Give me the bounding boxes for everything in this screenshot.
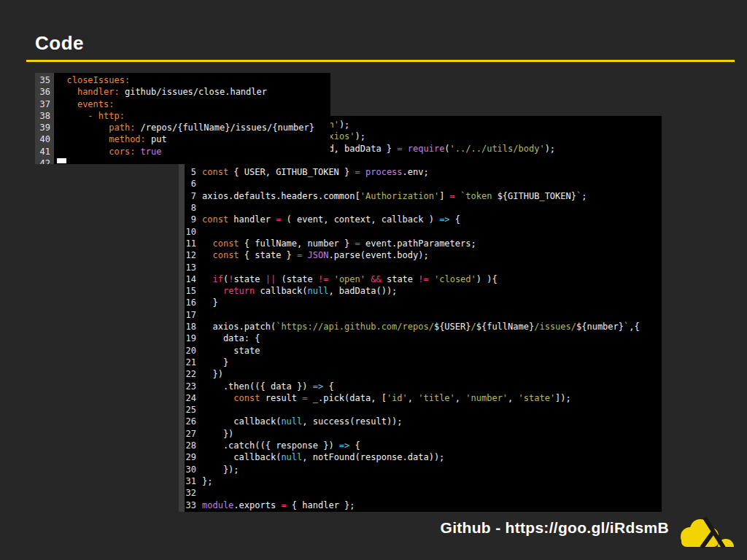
- js-code-area[interactable]: const _ = require('lodash');const axios …: [198, 116, 662, 512]
- code-line: handler: github/issues/close.handler: [56, 86, 330, 98]
- line-number: 35: [35, 74, 50, 86]
- code-line: }): [202, 368, 662, 380]
- code-line: [202, 226, 662, 238]
- code-line: const result = _.pick(data, ['id', 'titl…: [202, 392, 662, 404]
- code-line: .then(({ data }) => {: [202, 381, 662, 392]
- code-line: return callback(null, badData());: [202, 285, 662, 297]
- line-number: 38: [35, 110, 50, 122]
- js-window-edge-strip: [179, 116, 185, 512]
- code-window-js[interactable]: 1234567891011121314151617181920212223242…: [179, 116, 662, 512]
- line-number: 29: [185, 451, 196, 463]
- text-cursor-block: [57, 158, 66, 163]
- code-line: closeIssues:: [56, 74, 330, 86]
- js-gutter: 1234567891011121314151617181920212223242…: [185, 116, 198, 512]
- code-line: if(!state || (state != 'open' && state !…: [202, 273, 662, 285]
- code-line: - http:: [56, 110, 330, 122]
- line-number: 13: [185, 262, 196, 273]
- code-line: method: put: [56, 133, 330, 145]
- code-line: };: [202, 475, 662, 487]
- line-number: 41: [35, 146, 50, 158]
- line-number: 21: [185, 357, 196, 368]
- code-line: data: {: [202, 332, 662, 344]
- line-number: 23: [185, 381, 196, 392]
- line-number: 36: [35, 86, 50, 98]
- line-number: 17: [185, 309, 196, 321]
- code-line: events:: [56, 98, 330, 110]
- code-window-yaml[interactable]: 3536373839404142 closeIssues: handler: g…: [35, 73, 330, 164]
- code-line: const { USER, GITHUB_TOKEN } = process.e…: [202, 166, 662, 178]
- line-number: 16: [185, 297, 196, 308]
- line-number: 30: [185, 464, 196, 475]
- code-line: [202, 487, 662, 499]
- line-number: 20: [185, 345, 196, 357]
- code-line: }): [202, 428, 662, 440]
- title-underline: [26, 60, 735, 62]
- line-number: 40: [35, 133, 50, 145]
- line-number: 25: [185, 404, 196, 416]
- code-line: module.exports = { handler };: [202, 499, 662, 511]
- code-line: .catch(({ response }) => {: [202, 440, 662, 451]
- line-number: 39: [35, 122, 50, 133]
- code-line: });: [202, 464, 662, 475]
- code-line: [202, 178, 662, 190]
- caption-link[interactable]: Github - https://goo.gl/iRdsmB: [441, 519, 669, 537]
- code-line: [202, 262, 662, 273]
- line-number: 26: [185, 416, 196, 427]
- line-number: 42: [35, 158, 50, 164]
- code-line: const { fullName, number } = event.pathP…: [202, 238, 662, 249]
- yaml-gutter: 3536373839404142: [35, 73, 54, 164]
- code-line: state: [202, 345, 662, 357]
- line-number: 12: [185, 249, 196, 261]
- line-number: 27: [185, 428, 196, 440]
- line-number: 28: [185, 440, 196, 451]
- slide-background: { "slide": { "title": "Code", "caption":…: [0, 0, 747, 560]
- code-line: [202, 202, 662, 214]
- code-line: callback(null, success(result));: [202, 416, 662, 427]
- code-line: callback(null, notFound(response.data));: [202, 451, 662, 463]
- line-number: 22: [185, 368, 196, 380]
- line-number: 31: [185, 475, 196, 487]
- line-number: 7: [185, 190, 196, 202]
- yaml-code-area[interactable]: closeIssues: handler: github/issues/clos…: [54, 73, 330, 164]
- line-number: 24: [185, 392, 196, 404]
- code-line: axios.defaults.headers.common['Authoriza…: [202, 190, 662, 202]
- code-line: }: [202, 357, 662, 368]
- line-number: 37: [35, 98, 50, 110]
- code-line: [202, 309, 662, 321]
- page-title: Code: [35, 32, 84, 55]
- lambda-cloud-icon: [678, 513, 737, 551]
- code-line: const handler = ( event, context, callba…: [202, 214, 662, 225]
- line-number: 32: [185, 487, 196, 499]
- line-number: 5: [185, 166, 196, 178]
- line-number: 9: [185, 214, 196, 225]
- line-number: 14: [185, 273, 196, 285]
- line-number: 18: [185, 321, 196, 332]
- code-line: [202, 404, 662, 416]
- line-number: 19: [185, 332, 196, 344]
- line-number: 6: [185, 178, 196, 190]
- code-line: path: /repos/{fullName}/issues/{number}: [56, 122, 330, 133]
- line-number: 15: [185, 285, 196, 297]
- code-line: cors: true: [56, 146, 330, 158]
- code-line: [56, 158, 330, 164]
- code-line: axios.patch(`https://api.github.com/repo…: [202, 321, 662, 332]
- code-line: const { state } = JSON.parse(event.body)…: [202, 249, 662, 261]
- code-line: }: [202, 297, 662, 308]
- line-number: 11: [185, 238, 196, 249]
- line-number: 33: [185, 499, 196, 511]
- line-number: 8: [185, 202, 196, 214]
- line-number: 10: [185, 226, 196, 238]
